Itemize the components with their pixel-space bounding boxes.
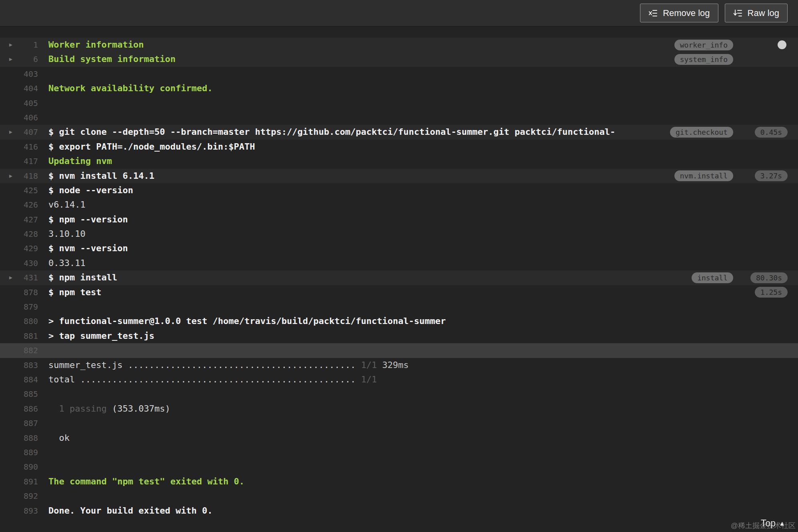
log-text: The command "npm test" exited with 0. <box>48 474 738 489</box>
log-line: ▶ 404 Network availability confirmed. <box>0 81 798 96</box>
log-text: $ npm --version <box>48 212 738 227</box>
line-number[interactable]: 1 <box>0 38 38 52</box>
log-segment: (353.037ms) <box>107 404 170 414</box>
log-text: > tap summer_test.js <box>48 329 738 343</box>
line-number[interactable]: 407 <box>0 125 38 139</box>
line-number[interactable]: 418 <box>0 169 38 183</box>
duration-column: 3.27s <box>738 170 788 181</box>
duration-badge: 0.45s <box>755 127 788 138</box>
line-number[interactable]: 417 <box>0 154 38 168</box>
build-log: ▶ 1 Worker information worker_info ▶ 6 B… <box>0 26 798 518</box>
log-segment: Worker information <box>48 40 144 50</box>
line-number[interactable]: 893 <box>0 504 38 518</box>
line-number[interactable]: 429 <box>0 241 38 256</box>
log-segment: 1 passing <box>48 404 107 414</box>
line-number[interactable]: 888 <box>0 431 38 445</box>
log-text: Updating nvm <box>48 154 738 168</box>
line-number[interactable]: 886 <box>0 402 38 416</box>
log-segment: Network availability confirmed. <box>48 83 213 93</box>
log-line: ▶ 893 Done. Your build exited with 0. <box>0 504 798 518</box>
raw-log-label: Raw log <box>748 8 779 18</box>
fold-arrow-icon[interactable]: ▶ <box>9 38 12 52</box>
line-number[interactable]: 404 <box>0 81 38 96</box>
log-segment: $ node --version <box>48 185 133 195</box>
log-text: $ npm install <box>48 270 692 285</box>
log-line: ▶ 407 $ git clone --depth=50 --branch=ma… <box>0 125 798 139</box>
log-segment: 3.10.10 <box>48 229 86 239</box>
line-number[interactable]: 879 <box>0 300 38 314</box>
log-segment: $ git clone --depth=50 --branch=master h… <box>48 127 615 137</box>
line-number[interactable]: 428 <box>0 227 38 241</box>
line-number[interactable]: 403 <box>0 67 38 81</box>
line-number[interactable]: 889 <box>0 445 38 460</box>
line-number[interactable]: 6 <box>0 52 38 66</box>
line-number[interactable]: 881 <box>0 329 38 343</box>
fold-arrow-icon[interactable]: ▶ <box>9 169 12 183</box>
line-number[interactable]: 426 <box>0 198 38 212</box>
log-segment: > tap summer_test.js <box>48 331 154 341</box>
log-line: ▶ 418 $ nvm install 6.14.1 nvm.install 3… <box>0 169 798 183</box>
remove-log-button[interactable]: Remove log <box>640 4 718 22</box>
line-number[interactable]: 892 <box>0 489 38 503</box>
log-toolbar: Remove log Raw log <box>0 0 798 26</box>
line-number[interactable]: 430 <box>0 256 38 270</box>
log-text: v6.14.1 <box>48 198 738 212</box>
fold-tag-badge: worker_info <box>674 40 733 50</box>
log-line: ▶ 880 > functional-summer@1.0.0 test /ho… <box>0 314 798 328</box>
log-line: ▶ 416 $ export PATH=./node_modules/.bin:… <box>0 140 798 154</box>
log-line: ▶ 884 total ............................… <box>0 372 798 387</box>
log-line: ▶ 891 The command "npm test" exited with… <box>0 474 798 489</box>
line-number[interactable]: 887 <box>0 416 38 430</box>
log-line: ▶ 892 <box>0 489 798 503</box>
log-line: ▶ 428 3.10.10 <box>0 227 798 241</box>
log-segment: $ npm install <box>48 272 117 282</box>
line-number[interactable]: 880 <box>0 314 38 328</box>
log-text: total ..................................… <box>48 372 738 387</box>
line-number[interactable]: 884 <box>0 372 38 387</box>
line-number[interactable]: 885 <box>0 387 38 401</box>
log-segment: Build system information <box>48 54 176 64</box>
log-text: Build system information <box>48 52 674 66</box>
log-segment: 0.33.11 <box>48 258 86 268</box>
fold-arrow-icon[interactable]: ▶ <box>9 270 12 285</box>
log-text: $ git clone --depth=50 --branch=master h… <box>48 125 670 139</box>
line-number[interactable]: 416 <box>0 140 38 154</box>
log-segment: ok <box>48 433 70 443</box>
log-segment: total ..................................… <box>48 374 356 384</box>
log-line: ▶ 890 <box>0 460 798 474</box>
line-number[interactable]: 882 <box>0 343 38 358</box>
remove-log-icon <box>648 8 658 18</box>
line-number[interactable]: 427 <box>0 212 38 227</box>
log-text: 1 passing (353.037ms) <box>48 402 738 416</box>
log-line: ▶ 881 > tap summer_test.js <box>0 329 798 343</box>
line-number[interactable]: 883 <box>0 358 38 372</box>
line-number[interactable]: 425 <box>0 183 38 198</box>
line-number[interactable]: 878 <box>0 285 38 300</box>
fold-tag-badge: install <box>692 272 733 283</box>
line-number[interactable]: 405 <box>0 96 38 110</box>
raw-log-button[interactable]: Raw log <box>725 4 788 22</box>
log-segment: $ npm --version <box>48 214 128 224</box>
scrollbar-thumb[interactable] <box>778 40 786 49</box>
log-line: ▶ 885 <box>0 387 798 401</box>
log-text: $ nvm --version <box>48 241 738 256</box>
line-number[interactable]: 891 <box>0 474 38 489</box>
fold-arrow-icon[interactable]: ▶ <box>9 125 12 139</box>
log-segment: Updating nvm <box>48 156 112 166</box>
log-text: $ node --version <box>48 183 738 198</box>
fold-arrow-icon[interactable]: ▶ <box>9 52 12 66</box>
line-number[interactable]: 431 <box>0 270 38 285</box>
log-line: ▶ 429 $ nvm --version <box>0 241 798 256</box>
duration-badge: 3.27s <box>755 170 788 181</box>
log-line: ▶ 878 $ npm test 1.25s <box>0 285 798 300</box>
log-text: Network availability confirmed. <box>48 81 738 96</box>
line-number[interactable]: 890 <box>0 460 38 474</box>
log-line: ▶ 427 $ npm --version <box>0 212 798 227</box>
line-number[interactable]: 406 <box>0 110 38 125</box>
fold-tag-badge: system_info <box>674 54 733 65</box>
log-lines: ▶ 1 Worker information worker_info ▶ 6 B… <box>0 38 798 518</box>
log-line: ▶ 886 1 passing (353.037ms) <box>0 402 798 416</box>
fold-tag-badge: nvm.install <box>674 170 733 181</box>
log-text: > functional-summer@1.0.0 test /home/tra… <box>48 314 738 328</box>
log-line: ▶ 6 Build system information system_info <box>0 52 798 66</box>
